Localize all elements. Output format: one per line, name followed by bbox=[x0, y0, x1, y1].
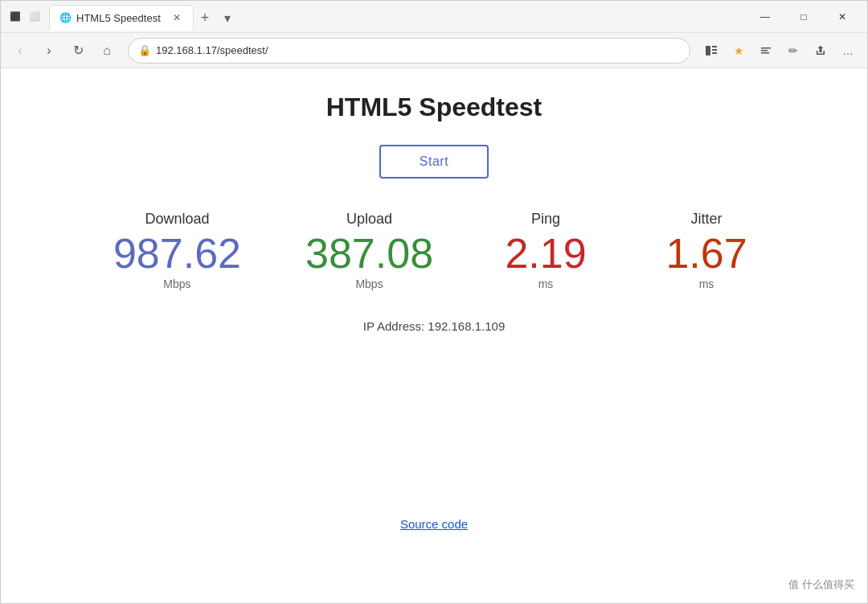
refresh-button[interactable]: ↻ bbox=[65, 38, 91, 64]
upload-label: Upload bbox=[346, 211, 392, 228]
tab-bar: 🌐 HTML5 Speedtest ✕ + ▾ bbox=[49, 4, 743, 30]
page-title: HTML5 Speedtest bbox=[326, 92, 542, 122]
share-button[interactable] bbox=[808, 38, 833, 64]
new-tab-button[interactable]: + bbox=[194, 7, 216, 30]
download-label: Download bbox=[145, 211, 209, 228]
url-text: 192.168.1.17/speedtest/ bbox=[156, 44, 680, 56]
browser-window: ⬛ ⬜ 🌐 HTML5 Speedtest ✕ + ▾ — □ ✕ ‹ › ↻ … bbox=[0, 0, 868, 604]
window-controls-left: ⬛ ⬜ bbox=[7, 9, 43, 25]
watermark: 值 什么值得买 bbox=[788, 577, 854, 592]
tab-favicon: 🌐 bbox=[59, 12, 72, 23]
page-content: HTML5 Speedtest Start Download 987.62 Mb… bbox=[1, 68, 867, 603]
title-bar-right: — □ ✕ bbox=[747, 4, 861, 30]
forward-icon[interactable]: ⬜ bbox=[27, 9, 43, 25]
nav-right-icons: ★ ✏ … bbox=[698, 38, 861, 64]
jitter-label: Jitter bbox=[691, 211, 723, 228]
ping-label: Ping bbox=[531, 211, 560, 228]
back-button[interactable]: ‹ bbox=[7, 38, 33, 64]
tab-title: HTML5 Speedtest bbox=[76, 12, 161, 24]
maximize-button[interactable]: □ bbox=[785, 4, 822, 30]
upload-value: 387.08 bbox=[305, 232, 433, 274]
svg-rect-2 bbox=[712, 49, 717, 51]
ping-value: 2.19 bbox=[505, 232, 586, 274]
close-button[interactable]: ✕ bbox=[824, 4, 861, 30]
reader-view-button[interactable] bbox=[698, 38, 724, 64]
stat-block-upload: Upload 387.08 Mbps bbox=[305, 211, 433, 290]
lock-icon: 🔒 bbox=[138, 44, 151, 56]
favorites-bar-button[interactable] bbox=[753, 38, 779, 64]
address-bar[interactable]: 🔒 192.168.1.17/speedtest/ bbox=[128, 38, 690, 64]
stat-block-jitter: Jitter 1.67 ms bbox=[658, 211, 755, 290]
back-icon[interactable]: ⬛ bbox=[7, 9, 23, 25]
menu-button[interactable]: … bbox=[835, 38, 861, 64]
svg-rect-3 bbox=[712, 52, 717, 54]
svg-rect-0 bbox=[706, 46, 710, 55]
stat-block-download: Download 987.62 Mbps bbox=[113, 211, 241, 290]
home-button[interactable]: ⌂ bbox=[94, 38, 120, 64]
jitter-value: 1.67 bbox=[665, 232, 747, 274]
ip-address: IP Address: 192.168.1.109 bbox=[363, 319, 506, 333]
forward-button[interactable]: › bbox=[36, 38, 62, 64]
tab-close-button[interactable]: ✕ bbox=[170, 11, 183, 24]
source-code-link[interactable]: Source code bbox=[400, 517, 468, 531]
jitter-unit: ms bbox=[699, 277, 714, 290]
upload-unit: Mbps bbox=[355, 277, 383, 290]
nav-bar: ‹ › ↻ ⌂ 🔒 192.168.1.17/speedtest/ ★ bbox=[1, 33, 867, 68]
pen-button[interactable]: ✏ bbox=[780, 38, 806, 64]
ping-unit: ms bbox=[538, 277, 554, 290]
favorites-button[interactable]: ★ bbox=[726, 38, 751, 64]
title-bar: ⬛ ⬜ 🌐 HTML5 Speedtest ✕ + ▾ — □ ✕ bbox=[1, 1, 867, 33]
active-tab[interactable]: 🌐 HTML5 Speedtest ✕ bbox=[49, 5, 194, 31]
download-unit: Mbps bbox=[163, 277, 190, 290]
tab-list-button[interactable]: ▾ bbox=[216, 7, 239, 30]
start-button[interactable]: Start bbox=[379, 145, 489, 179]
svg-rect-1 bbox=[712, 46, 717, 47]
minimize-button[interactable]: — bbox=[747, 4, 784, 30]
stats-row: Download 987.62 Mbps Upload 387.08 Mbps … bbox=[113, 211, 755, 290]
download-value: 987.62 bbox=[113, 232, 241, 274]
stat-block-ping: Ping 2.19 ms bbox=[497, 211, 594, 290]
